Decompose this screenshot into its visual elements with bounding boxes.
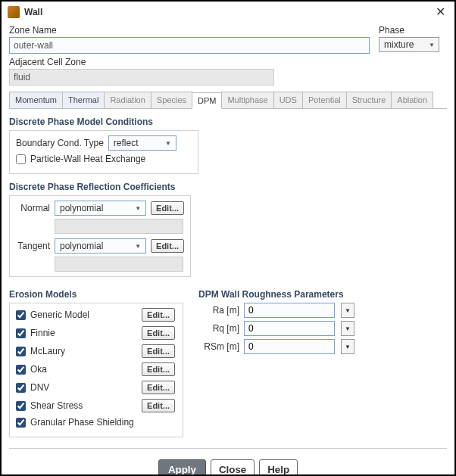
erosion-label: Granular Phase Shielding [30,417,134,428]
roughness-label: Rq [m] [198,323,239,334]
roughness-list: Ra [m]▼Rq [m]▼RSm [m]▼ [198,303,354,354]
tangent-select[interactable]: polynomial [55,238,146,254]
erosion-label: Shear Stress [30,400,83,411]
window-title: Wall [24,7,433,17]
erosion-checkbox[interactable] [16,401,26,411]
heat-exchange-label: Particle-Wall Heat Exchange [30,154,145,164]
tab-species[interactable]: Species [151,92,192,108]
roughness-title: DPM Wall Roughness Parameters [198,289,354,300]
roughness-label: Ra [m] [198,305,239,316]
app-icon [8,6,20,18]
tab-bar: MomentumThermalRadiationSpeciesDPMMultip… [9,92,447,109]
tangent-edit-button[interactable]: Edit... [151,239,184,253]
erosion-label: DNV [30,382,49,393]
tab-ablation[interactable]: Ablation [391,92,433,108]
erosion-label: Oka [30,364,47,375]
erosion-checkbox[interactable] [16,418,26,428]
tab-momentum[interactable]: Momentum [9,92,63,108]
erosion-label: Generic Model [30,310,89,320]
tangent-expr-display [55,257,183,272]
help-button[interactable]: Help [259,459,298,474]
roughness-label: RSm [m] [198,341,239,352]
tab-uds[interactable]: UDS [273,92,303,108]
roughness-input[interactable] [244,303,335,318]
normal-label: Normal [16,203,50,213]
roughness-input[interactable] [244,321,335,336]
normal-select[interactable]: polynomial [55,201,146,216]
tab-potential[interactable]: Potential [302,92,347,108]
dialog-footer: Apply Close Help [9,455,447,474]
erosion-row: Generic ModelEdit... [16,308,175,322]
reflection-title: Discrete Phase Reflection Coefficients [9,182,447,192]
tab-radiation[interactable]: Radiation [104,92,151,108]
tangent-value: polynomial [60,241,103,251]
bc-type-value: reflect [114,138,139,148]
apply-button[interactable]: Apply [158,459,206,474]
roughness-input[interactable] [244,339,335,354]
zone-name-label: Zone Name [9,25,370,36]
erosion-label: McLaury [30,346,65,356]
erosion-list: Generic ModelEdit...FinnieEdit...McLaury… [9,303,183,437]
bc-type-select[interactable]: reflect [108,135,176,151]
normal-expr-display [55,219,183,234]
tab-dpm[interactable]: DPM [192,92,222,109]
close-icon[interactable]: ✕ [433,5,448,19]
normal-edit-button[interactable]: Edit... [151,201,184,215]
phase-label: Phase [379,25,447,36]
erosion-row: FinnieEdit... [16,326,175,340]
chevron-down-icon[interactable]: ▼ [341,303,354,318]
erosion-edit-button[interactable]: Edit... [142,326,175,340]
erosion-label: Finnie [30,328,55,338]
dpm-panel: Discrete Phase Model Conditions Boundary… [9,117,447,442]
phase-select[interactable]: mixture [379,37,439,52]
erosion-row: OkaEdit... [16,362,175,376]
erosion-row: Shear StressEdit... [16,399,175,412]
chevron-down-icon[interactable]: ▼ [341,339,354,354]
bc-type-label: Boundary Cond. Type [16,138,104,148]
chevron-down-icon[interactable]: ▼ [341,321,354,336]
erosion-title: Erosion Models [9,289,183,300]
erosion-edit-button[interactable]: Edit... [142,381,175,394]
roughness-row: Ra [m]▼ [198,303,354,318]
phase-value: mixture [384,39,414,50]
erosion-row: Granular Phase Shielding [16,417,175,428]
erosion-edit-button[interactable]: Edit... [142,362,175,376]
zone-name-input[interactable] [9,37,370,54]
close-button[interactable]: Close [211,459,255,474]
dpm-conditions-title: Discrete Phase Model Conditions [9,117,447,127]
erosion-edit-button[interactable]: Edit... [142,308,175,322]
tab-multiphase[interactable]: Multiphase [221,92,273,108]
erosion-checkbox[interactable] [16,383,26,393]
erosion-checkbox[interactable] [16,328,26,338]
adjacent-zone-label: Adjacent Cell Zone [9,57,447,67]
adjacent-zone-value: fluid [9,69,274,86]
erosion-row: McLauryEdit... [16,344,175,358]
erosion-checkbox[interactable] [16,365,26,375]
erosion-edit-button[interactable]: Edit... [142,344,175,358]
wall-dialog: Wall ✕ Zone Name Phase mixture Adjacent … [0,0,456,476]
erosion-checkbox[interactable] [16,310,26,320]
normal-value: polynomial [60,203,103,213]
heat-exchange-checkbox[interactable] [16,154,26,164]
roughness-row: RSm [m]▼ [198,339,354,354]
erosion-edit-button[interactable]: Edit... [142,399,175,412]
roughness-row: Rq [m]▼ [198,321,354,336]
tab-structure[interactable]: Structure [346,92,392,108]
erosion-row: DNVEdit... [16,381,175,394]
title-bar: Wall ✕ [2,2,454,22]
tangent-label: Tangent [16,241,50,251]
tab-thermal[interactable]: Thermal [62,92,105,108]
erosion-checkbox[interactable] [16,347,26,356]
